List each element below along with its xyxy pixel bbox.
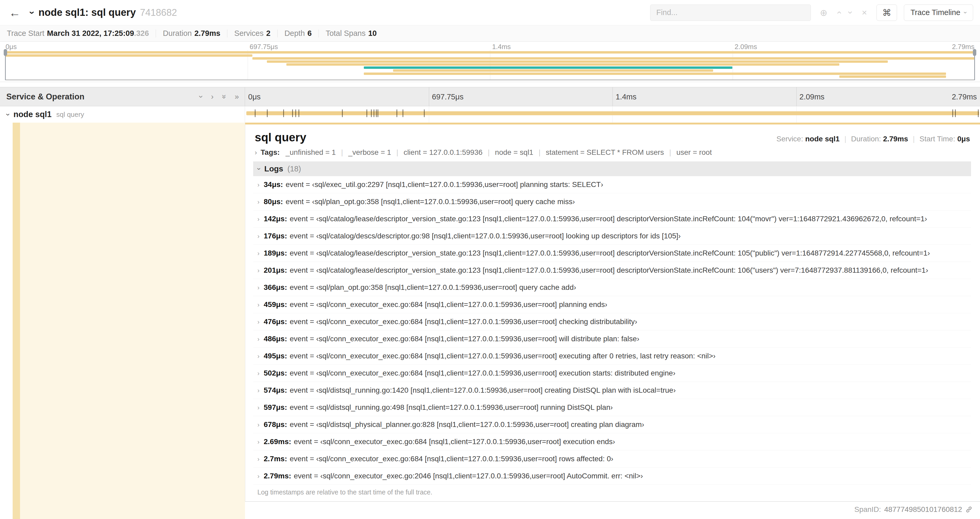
ruler-tick-label: 1.4ms (616, 92, 636, 101)
log-row[interactable]: ›486μs:event = ‹sql/conn_executor_exec.g… (253, 331, 971, 348)
log-tick (402, 109, 403, 117)
log-timestamp: 2.79ms: (264, 472, 291, 480)
minimap-scrubber-left[interactable] (5, 50, 6, 80)
log-row[interactable]: ›80μs:event = ‹sql/plan_opt.go:358 [nsql… (253, 193, 971, 211)
log-tick (267, 109, 268, 117)
minimap-span-bar (5, 54, 252, 57)
log-row[interactable]: ›2.7ms:event = ‹sql/conn_executor_exec.g… (253, 450, 971, 468)
log-row[interactable]: ›2.69ms:event = ‹sql/conn_executor_exec.… (253, 433, 971, 450)
span-detail-row: sql query Service: node sql1 | Duration:… (0, 123, 980, 519)
trace-minimap[interactable]: 0μs697.75μs1.4ms2.09ms2.79ms (0, 42, 980, 82)
locate-match-icon[interactable]: ⊕ (820, 7, 827, 18)
prev-match-icon[interactable]: › (833, 11, 843, 14)
log-row[interactable]: ›34μs:event = ‹sql/exec_util.go:2297 [ns… (253, 176, 971, 193)
span-detail-column: sql query Service: node sql1 | Duration:… (245, 123, 980, 514)
minimap-span-bar (839, 75, 946, 78)
log-timestamp: 495μs: (264, 352, 287, 360)
tags-accordion[interactable]: › Tags: _unfinished = 1|_verbose = 1|cli… (253, 148, 971, 156)
find-input[interactable] (650, 5, 811, 21)
minimap-scrubber-right[interactable] (974, 50, 975, 80)
minimap-tick-label: 2.79ms (952, 43, 974, 51)
log-timestamp: 476μs: (264, 318, 287, 326)
ruler-tick-label: 2.79ms (952, 92, 977, 101)
trace-view-selector[interactable]: Trace Timeline › (904, 5, 973, 21)
service-operation-label: Service & Operation (6, 92, 200, 102)
log-row[interactable]: ›502μs:event = ‹sql/conn_executor_exec.g… (253, 365, 971, 382)
clear-search-icon[interactable]: × (862, 7, 867, 18)
log-row[interactable]: ›476μs:event = ‹sql/conn_executor_exec.g… (253, 313, 971, 331)
span-operation-name: sql query (56, 110, 84, 119)
log-row[interactable]: ›678μs:event = ‹sql/distsql_physical_pla… (253, 416, 971, 433)
chevron-down-icon: › (962, 11, 969, 14)
tag-client: client = 127.0.0.1:59936 (404, 148, 483, 156)
logs-footnote: Log timestamps are relative to the start… (253, 485, 971, 501)
span-duration-bar[interactable] (246, 111, 979, 115)
chevron-right-icon: › (258, 267, 259, 274)
log-row[interactable]: ›597μs:event = ‹sql/distsql_running.go:4… (253, 399, 971, 416)
back-button[interactable]: ← (7, 6, 23, 19)
minimap-tick-label: 697.75μs (250, 43, 278, 51)
span-timeline-cell[interactable] (245, 106, 980, 123)
service-value: node sql1 (805, 135, 840, 143)
chevron-right-icon: › (258, 438, 259, 446)
log-timestamp: 486μs: (264, 335, 287, 343)
log-row[interactable]: ›189μs:event = ‹sql/catalog/lease/descri… (253, 245, 971, 262)
span-meta: Service: node sql1 | Duration: 2.79ms | … (776, 135, 970, 143)
keyboard-shortcuts-button[interactable]: ⌘ (877, 5, 897, 21)
timeline-header-row: Service & Operation › › » » 0μs697.75μs1… (0, 87, 980, 106)
trace-stat-label: Services (234, 29, 263, 38)
back-arrow-icon: ← (9, 6, 21, 19)
log-tick (424, 109, 425, 117)
log-tick (955, 109, 956, 117)
log-timestamp: 597μs: (264, 403, 287, 412)
minimap-span-bar (252, 57, 975, 60)
span-name-cell[interactable]: › node sql1 sql query (0, 106, 245, 123)
log-tick (396, 109, 397, 117)
minimap-canvas[interactable]: 0μs697.75μs1.4ms2.09ms2.79ms (5, 42, 975, 82)
span-id-row: SpanID: 4877749850101760812 (854, 505, 973, 514)
duration-value: 2.79ms (883, 135, 908, 143)
tag-separator: | (341, 148, 343, 156)
chevron-right-icon: › (258, 301, 259, 308)
log-message: event = ‹sql/conn_executor_exec.go:684 [… (290, 335, 640, 343)
log-timestamp: 502μs: (264, 369, 287, 377)
log-timestamp: 459μs: (264, 300, 287, 309)
log-row[interactable]: ›574μs:event = ‹sql/distsql_running.go:1… (253, 382, 971, 399)
span-row[interactable]: › node sql1 sql query (0, 106, 980, 123)
log-tick (377, 109, 378, 117)
log-tick (299, 109, 299, 117)
start-time-value: 0μs (957, 135, 970, 143)
next-match-icon[interactable]: › (846, 11, 856, 14)
log-row[interactable]: ›2.79ms:event = ‹sql/conn_executor_exec.… (253, 468, 971, 485)
logs-accordion-header[interactable]: › Logs (18) (253, 161, 971, 176)
chevron-right-icon: › (258, 353, 259, 360)
minimap-spans (5, 51, 975, 79)
trace-stat-label: Total Spans (326, 29, 366, 38)
log-tick (952, 109, 953, 117)
log-message: event = ‹sql/catalog/lease/descriptor_ve… (290, 249, 930, 257)
collapse-header-chevron-icon[interactable]: › (27, 11, 38, 14)
trace-stat: Trace StartMarch 31 2022, 17:25:09.326 (7, 29, 149, 38)
log-row[interactable]: ›176μs:event = ‹sql/catalog/descs/descri… (253, 228, 971, 245)
log-row[interactable]: ›201μs:event = ‹sql/catalog/lease/descri… (253, 262, 971, 279)
log-timestamp: 201μs: (264, 266, 287, 275)
log-row[interactable]: ›366μs:event = ‹sql/plan_opt.go:358 [nsq… (253, 279, 971, 296)
log-row[interactable]: ›495μs:event = ‹sql/conn_executor_exec.g… (253, 348, 971, 365)
log-message: event = ‹sql/catalog/lease/descriptor_ve… (290, 266, 928, 275)
timeline-ruler: 0μs697.75μs1.4ms2.09ms2.79ms (245, 87, 980, 106)
trace-stat-value: 6 (307, 29, 312, 38)
scrubber-grip-icon[interactable] (973, 49, 976, 56)
minimap-tick-label: 2.09ms (735, 43, 757, 51)
log-message: event = ‹sql/catalog/lease/descriptor_ve… (290, 215, 927, 223)
span-expand-chevron-icon[interactable]: › (4, 113, 12, 116)
expand-one-icon[interactable]: › (211, 92, 214, 101)
scrubber-grip-icon[interactable] (4, 49, 7, 56)
deep-link-icon[interactable] (965, 506, 973, 513)
collapse-one-icon[interactable]: › (197, 96, 206, 98)
log-row[interactable]: ›142μs:event = ‹sql/catalog/lease/descri… (253, 211, 971, 228)
trace-stat: Total Spans10 (326, 29, 377, 38)
collapse-all-icon[interactable]: » (220, 94, 228, 99)
span-color-accent[interactable] (13, 123, 20, 519)
expand-all-icon[interactable]: » (235, 92, 239, 101)
log-row[interactable]: ›459μs:event = ‹sql/conn_executor_exec.g… (253, 296, 971, 313)
